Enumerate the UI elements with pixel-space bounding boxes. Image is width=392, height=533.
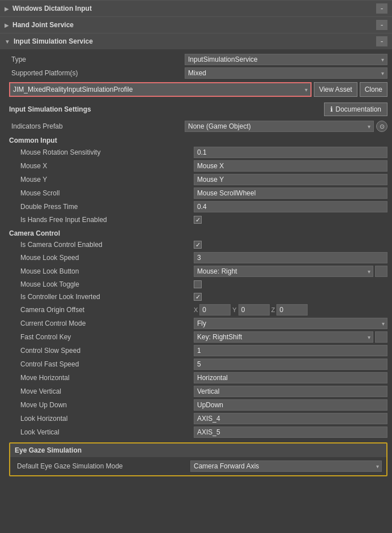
look-horizontal-input[interactable] (194, 413, 387, 424)
fast-control-key-label: Fast Control Key (18, 333, 194, 341)
mouse-x-value (194, 160, 387, 172)
hands-free-checkbox[interactable]: ✓ (194, 216, 202, 224)
x-label: X (194, 306, 198, 313)
mouse-scroll-value (194, 187, 387, 199)
platform-row: Supported Platform(s) Mixed ▾ (9, 66, 387, 80)
hands-free-value: ✓ (194, 216, 387, 224)
controller-inverted-value: ✓ (194, 293, 387, 301)
controller-inverted-row: Is Controller Look Inverted ✓ (18, 291, 387, 303)
control-mode-row: Current Control Mode Fly (18, 317, 387, 330)
control-mode-select[interactable]: Fly (194, 318, 387, 329)
fast-control-key-value: Key: RightShift (194, 331, 387, 343)
type-row: Type InputSimulationService ▾ (9, 53, 387, 66)
mouse-look-button-extra[interactable] (375, 266, 387, 277)
view-asset-button[interactable]: View Asset (314, 82, 357, 97)
mouse-look-speed-input[interactable] (194, 252, 387, 263)
eye-gaze-header: Eye Gaze Simulation (10, 444, 386, 457)
eye-gaze-mode-select[interactable]: Camera Forward Axis (190, 460, 382, 472)
double-press-input[interactable] (194, 201, 387, 212)
look-vertical-input[interactable] (194, 427, 387, 438)
move-up-down-label: Move Up Down (18, 401, 194, 409)
mouse-x-input[interactable] (194, 160, 387, 172)
eye-gaze-mode-row: Default Eye Gaze Simulation Mode Camera … (15, 459, 382, 473)
mouse-scroll-input[interactable] (194, 187, 387, 199)
control-fast-speed-label: Control Fast Speed (18, 360, 194, 368)
move-up-down-input[interactable] (194, 399, 387, 411)
camera-enabled-row: Is Camera Control Enabled ✓ (18, 238, 387, 251)
move-horizontal-label: Move Horizontal (18, 374, 194, 382)
mouse-y-label: Mouse Y (18, 176, 194, 184)
type-label: Type (9, 56, 185, 63)
platform-dropdown-arrow: ▾ (381, 70, 384, 76)
control-fast-speed-row: Control Fast Speed (18, 357, 387, 371)
input-simulation-title: Input Simulation Service (14, 37, 376, 45)
mouse-scroll-row: Mouse Scroll (18, 186, 387, 200)
windows-dictation-minus[interactable]: - (376, 3, 387, 14)
control-mode-value: Fly (194, 318, 387, 329)
mouse-rotation-value (194, 147, 387, 158)
mouse-look-button-select[interactable]: Mouse: Right (194, 266, 373, 277)
doc-label: Documentation (335, 105, 381, 113)
control-slow-speed-input[interactable] (194, 345, 387, 356)
input-simulation-arrow: ▼ (5, 39, 10, 45)
camera-origin-z[interactable] (276, 304, 308, 315)
indicators-value-text: None (Game Object) (188, 122, 251, 130)
move-horizontal-input[interactable] (194, 372, 387, 383)
profile-row: JIM_MixedRealityInputSimulationProfile ▾… (9, 80, 387, 99)
hand-joint-minus[interactable]: - (376, 20, 387, 30)
move-vertical-row: Move Vertical (18, 385, 387, 398)
look-horizontal-value (194, 413, 387, 424)
mouse-look-button-row: Mouse Look Button Mouse: Right (18, 265, 387, 278)
mouse-y-row: Mouse Y (18, 173, 387, 186)
input-simulation-subsection: Type InputSimulationService ▾ Supported … (5, 53, 387, 476)
common-input-header: Common Input (9, 133, 387, 146)
windows-dictation-arrow: ▶ (5, 6, 9, 12)
eye-gaze-mode-label: Default Eye Gaze Simulation Mode (15, 462, 190, 470)
move-vertical-value (194, 386, 387, 397)
camera-enabled-label: Is Camera Control Enabled (18, 241, 194, 249)
fast-control-key-select-wrapper: Key: RightShift (194, 331, 373, 343)
indicators-dropdown-arrow: ▾ (368, 123, 370, 130)
camera-origin-y[interactable] (238, 304, 270, 315)
indicators-dropdown[interactable]: None (Game Object) ▾ (185, 121, 374, 132)
indicators-circle-button[interactable]: ⊙ (376, 121, 387, 132)
mouse-scroll-label: Mouse Scroll (18, 189, 194, 197)
mouse-look-toggle-checkbox[interactable] (194, 280, 202, 288)
documentation-button[interactable]: ℹ Documentation (324, 103, 387, 116)
move-vertical-input[interactable] (194, 386, 387, 397)
controller-inverted-label: Is Controller Look Inverted (18, 293, 194, 301)
mouse-look-toggle-label: Mouse Look Toggle (18, 280, 194, 288)
camera-origin-triple: X Y Z (194, 304, 387, 315)
camera-control-header: Camera Control (9, 226, 387, 238)
control-fast-speed-input[interactable] (194, 359, 387, 370)
doc-icon: ℹ (330, 105, 333, 113)
indicators-label: Indicators Prefab (9, 122, 185, 130)
input-simulation-body: Type InputSimulationService ▾ Supported … (0, 49, 392, 480)
hand-joint-section: ▶ Hand Joint Service - (0, 16, 392, 33)
clone-button[interactable]: Clone (360, 82, 387, 97)
look-vertical-label: Look Vertical (18, 428, 194, 436)
y-label: Y (232, 306, 236, 313)
mouse-y-input[interactable] (194, 174, 387, 185)
profile-dropdown[interactable]: JIM_MixedRealityInputSimulationProfile ▾ (9, 82, 312, 97)
mouse-rotation-label: Mouse Rotation Sensitivity (18, 148, 194, 156)
input-simulation-section-header: ▼ Input Simulation Service - (0, 33, 392, 49)
camera-enabled-checkbox[interactable]: ✓ (194, 241, 202, 249)
controller-inverted-checkbox[interactable]: ✓ (194, 293, 202, 301)
input-simulation-minus[interactable]: - (376, 36, 387, 46)
look-horizontal-label: Look Horizontal (18, 415, 194, 423)
control-mode-label: Current Control Mode (18, 319, 194, 327)
windows-dictation-section: ▶ Windows Dictation Input - (0, 0, 392, 16)
fast-control-key-select[interactable]: Key: RightShift (194, 331, 373, 343)
double-press-row: Double Press Time (18, 200, 387, 214)
windows-dictation-title: Windows Dictation Input (12, 5, 376, 12)
fast-control-key-extra[interactable] (375, 331, 387, 343)
look-vertical-row: Look Vertical (18, 425, 387, 439)
camera-origin-x[interactable] (199, 304, 231, 315)
move-up-down-row: Move Up Down (18, 398, 387, 412)
common-input-section: Mouse Rotation Sensitivity Mouse X Mouse… (9, 146, 387, 226)
camera-enabled-value: ✓ (194, 241, 387, 249)
mouse-rotation-input[interactable] (194, 147, 387, 158)
mouse-x-label: Mouse X (18, 162, 194, 170)
z-label: Z (271, 306, 275, 313)
